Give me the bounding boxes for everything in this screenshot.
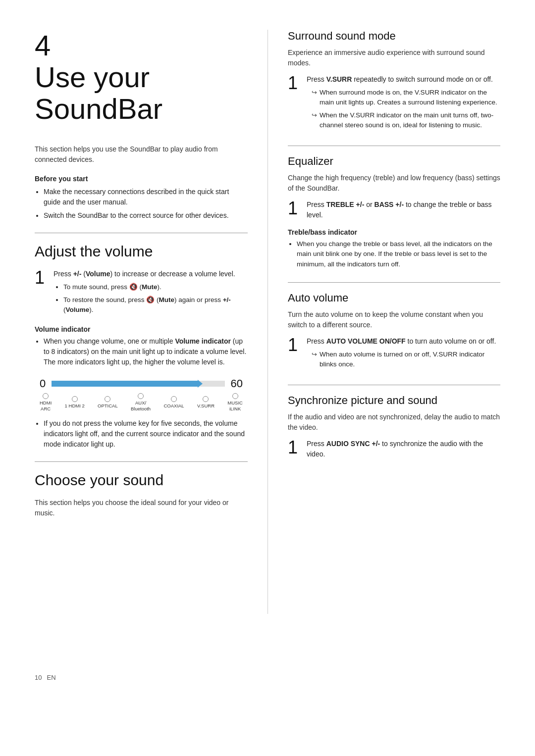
page-lang: EN [47,674,55,681]
indicator-aux-bluetooth: AUX/Bluetooth [131,393,151,411]
surround-desc: Experience an immersive audio experience… [288,48,500,68]
indicator-circle [43,393,49,399]
list-item: If you do not press the volume key for f… [44,418,248,450]
list-item: When you change volume, one or multiple … [44,336,248,367]
adjust-volume-title: Adjust the volume [35,243,248,260]
eq-step-1: 1 Press TREBLE +/- or BASS +/- to change… [288,200,500,220]
indicator-circle [203,396,209,402]
volume-key-note-list: If you do not press the volume key for f… [35,418,248,450]
indicator-music-ilink: MUSICiLINK [227,393,243,411]
surround-section: Surround sound mode Experience an immers… [288,30,500,133]
auto-volume-section: Auto volume Turn the auto volume on to k… [288,292,500,372]
page-footer: 10 EN [35,629,500,726]
sync-step-1: 1 Press AUDIO SYNC +/- to synchronize th… [288,439,500,459]
chapter-number: 4 [35,30,248,61]
step-number: 1 [288,439,300,456]
step-number: 1 [288,336,300,354]
indicator-label: V.SURR [197,403,214,408]
auto-step-1: 1 Press AUTO VOLUME ON/OFF to turn auto … [288,336,500,372]
list-item: Switch the SoundBar to the correct sourc… [44,210,248,221]
choose-sound-title: Choose your sound [35,472,248,489]
step-number: 1 [288,200,300,217]
before-you-start-heading: Before you start [35,175,248,183]
volume-bar-row: 0 60 [35,377,248,390]
sync-title: Synchronize picture and sound [288,394,500,407]
sync-desc: If the audio and video are not synchroni… [288,412,500,433]
volume-bar-track [52,381,224,387]
divider [288,385,500,385]
indicator-diagram: 0 60 HDMIARC 1 HDMI 2 [35,377,248,411]
volume-indicator-list: When you change volume, one or multiple … [35,336,248,367]
list-item: When you change the treble or bass level… [297,239,500,269]
auto-volume-title: Auto volume [288,292,500,304]
main-title: 4 Use your SoundBar [35,30,248,124]
page-number: 10 [35,674,42,681]
eq-step-content: Press TREBLE +/- or BASS +/- to change t… [307,200,500,220]
divider [35,461,248,462]
indicator-label: COAXIAL [163,403,184,408]
indicator-circle [138,393,144,399]
indicator-label: 1 HDMI 2 [65,403,85,408]
list-item: When auto volume is turned on or off, V.… [312,350,500,370]
sync-step-text: Press AUDIO SYNC +/- to synchronize the … [307,440,483,458]
indicator-hdmi-arc: HDMIARC [40,393,52,411]
indicator-1hdmi2: 1 HDMI 2 [65,396,85,408]
auto-volume-desc: Turn the auto volume on to keep the volu… [288,309,500,330]
divider [288,282,500,283]
indicator-coaxial: COAXIAL [163,396,184,408]
surround-sub-bullets: When surround mode is on, the V.SURR ind… [307,88,500,130]
surround-step-content: Press V.SURR repeatedly to switch surrou… [307,74,500,133]
divider [35,233,248,233]
volume-indicator-title: Volume indicator [35,325,248,333]
indicator-label: AUX/Bluetooth [131,400,151,411]
equalizer-desc: Change the high frequency (treble) and l… [288,173,500,194]
treble-bass-bullets: When you change the treble or bass level… [288,239,500,269]
title-line1: Use your [35,61,248,93]
mute-bullets: To mute sound, press 🔇 (Mute). To restor… [54,282,248,315]
equalizer-section: Equalizer Change the high frequency (tre… [288,155,500,269]
before-you-start-list: Make the necessary connections described… [35,187,248,221]
surround-step-1: 1 Press V.SURR repeatedly to switch surr… [288,74,500,133]
surround-title: Surround sound mode [288,30,500,43]
title-line2: SoundBar [35,93,248,125]
section-intro: This section helps you use the SoundBar … [35,144,248,165]
bar-arrow [198,380,203,388]
indicator-optical: OPTICAL [98,396,118,408]
step-number: 1 [288,74,300,92]
choose-sound-desc: This section helps you choose the ideal … [35,498,248,518]
sync-section: Synchronize picture and sound If the aud… [288,394,500,459]
list-item: When the V.SURR indicator on the main un… [312,110,500,131]
indicator-label: OPTICAL [98,403,118,408]
indicator-circle [171,396,177,402]
indicator-label: MUSICiLINK [227,400,243,411]
auto-sub-bullets: When auto volume is turned on or off, V.… [307,350,500,370]
step-number-1: 1 [35,269,47,287]
list-item: When surround mode is on, the V.SURR ind… [312,88,500,108]
treble-bass-title: Treble/bass indicator [288,228,500,236]
surround-step-text: Press V.SURR repeatedly to switch surrou… [307,75,493,83]
indicator-label: HDMIARC [40,400,52,411]
indicator-circle [232,393,238,399]
page-container: 4 Use your SoundBar This section helps y… [0,0,535,756]
step-1: 1 Press +/- (Volume) to increase or decr… [35,269,248,317]
eq-step-text: Press TREBLE +/- or BASS +/- to change t… [307,201,492,219]
right-column: Surround sound mode Experience an immers… [268,30,500,614]
equalizer-title: Equalizer [288,155,500,168]
volume-bar-fill [52,381,199,387]
vol-zero-label: 0 [40,377,46,390]
vol-sixty-label: 60 [231,377,243,390]
list-item: Make the necessary connections described… [44,187,248,207]
list-item: To restore the sound, press 🔇 (Mute) aga… [63,295,248,315]
auto-step-text: Press AUTO VOLUME ON/OFF to turn auto vo… [307,337,496,345]
indicator-vsurr: V.SURR [197,396,214,408]
indicator-circle [72,396,78,402]
auto-step-content: Press AUTO VOLUME ON/OFF to turn auto vo… [307,336,500,372]
list-item: To mute sound, press 🔇 (Mute). [63,282,248,292]
sync-step-content: Press AUDIO SYNC +/- to synchronize the … [307,439,500,459]
step-1-content: Press +/- (Volume) to increase or decrea… [54,269,248,317]
indicators-row: HDMIARC 1 HDMI 2 OPTICAL AUX/Bluetooth C… [35,393,248,411]
step-1-text: Press +/- (Volume) to increase or decrea… [54,270,235,278]
divider [288,146,500,146]
left-column: 4 Use your SoundBar This section helps y… [35,30,268,614]
indicator-circle [105,396,110,402]
